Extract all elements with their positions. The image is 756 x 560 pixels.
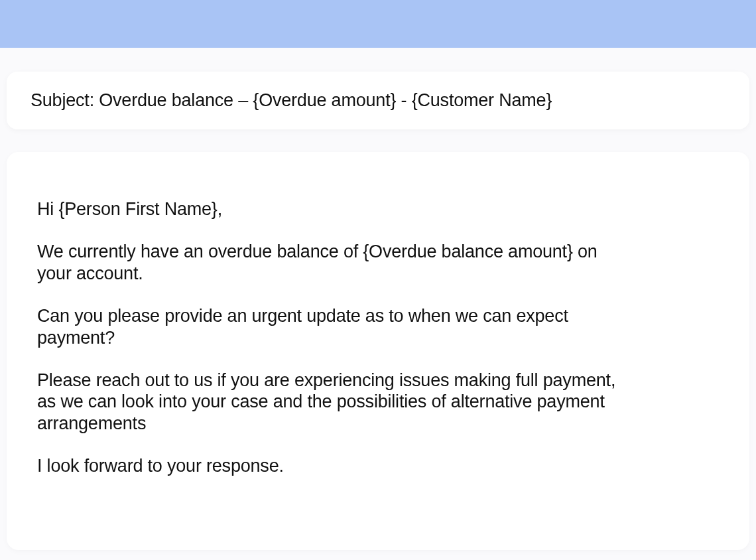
- email-paragraph-1: We currently have an overdue balance of …: [37, 241, 634, 284]
- subject-card: Subject: Overdue balance – {Overdue amou…: [7, 72, 749, 129]
- email-greeting: Hi {Person First Name},: [37, 198, 634, 220]
- header-bar: [0, 0, 756, 48]
- email-paragraph-2: Can you please provide an urgent update …: [37, 305, 634, 348]
- email-closing: I look forward to your response.: [37, 455, 634, 476]
- content-wrapper: Subject: Overdue balance – {Overdue amou…: [0, 48, 756, 550]
- subject-line: Subject: Overdue balance – {Overdue amou…: [31, 90, 725, 111]
- email-paragraph-3: Please reach out to us if you are experi…: [37, 370, 634, 434]
- email-body-card: Hi {Person First Name}, We currently hav…: [7, 152, 749, 550]
